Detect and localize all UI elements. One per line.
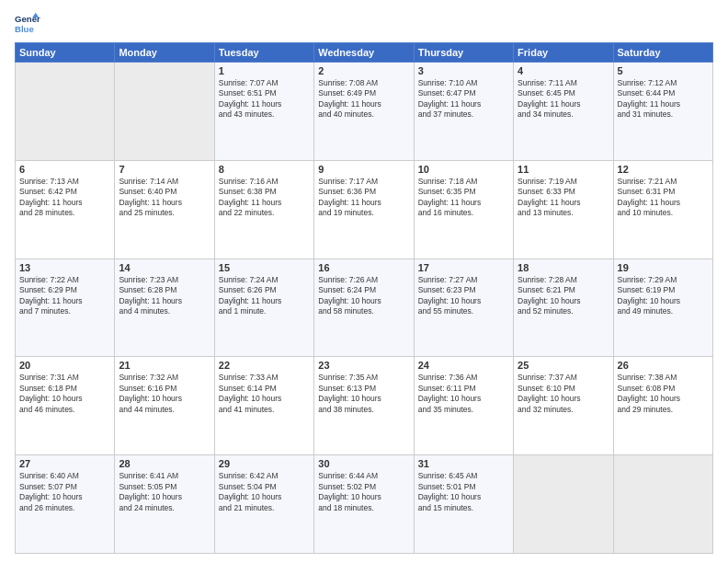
day-number: 7 bbox=[119, 164, 210, 175]
cell-text: Sunrise: 7:37 AM Sunset: 6:10 PM Dayligh… bbox=[518, 373, 609, 415]
cell-text: Sunrise: 7:23 AM Sunset: 6:28 PM Dayligh… bbox=[119, 275, 210, 317]
day-number: 18 bbox=[518, 262, 609, 273]
calendar-cell: 1Sunrise: 7:07 AM Sunset: 6:51 PM Daylig… bbox=[214, 63, 313, 161]
cell-text: Sunrise: 6:42 AM Sunset: 5:04 PM Dayligh… bbox=[219, 471, 310, 513]
calendar-cell: 6Sunrise: 7:13 AM Sunset: 6:42 PM Daylig… bbox=[16, 160, 115, 259]
cell-text: Sunrise: 7:19 AM Sunset: 6:33 PM Dayligh… bbox=[518, 177, 609, 219]
day-number: 10 bbox=[418, 164, 509, 175]
calendar-cell: 20Sunrise: 7:31 AM Sunset: 6:18 PM Dayli… bbox=[16, 357, 115, 455]
cell-text: Sunrise: 7:24 AM Sunset: 6:26 PM Dayligh… bbox=[219, 275, 310, 317]
day-number: 17 bbox=[418, 262, 509, 273]
weekday-header-friday: Friday bbox=[514, 43, 613, 63]
day-number: 15 bbox=[219, 262, 310, 273]
cell-text: Sunrise: 7:18 AM Sunset: 6:35 PM Dayligh… bbox=[418, 177, 509, 219]
calendar-cell: 2Sunrise: 7:08 AM Sunset: 6:49 PM Daylig… bbox=[314, 63, 414, 161]
weekday-header-wednesday: Wednesday bbox=[314, 43, 414, 63]
weekday-header-sunday: Sunday bbox=[16, 43, 115, 63]
cell-text: Sunrise: 7:36 AM Sunset: 6:11 PM Dayligh… bbox=[418, 373, 509, 415]
calendar-cell: 26Sunrise: 7:38 AM Sunset: 6:08 PM Dayli… bbox=[613, 357, 712, 455]
calendar-cell: 16Sunrise: 7:26 AM Sunset: 6:24 PM Dayli… bbox=[314, 259, 414, 357]
cell-text: Sunrise: 6:40 AM Sunset: 5:07 PM Dayligh… bbox=[19, 471, 110, 513]
cell-text: Sunrise: 7:17 AM Sunset: 6:36 PM Dayligh… bbox=[318, 177, 409, 219]
week-row-4: 20Sunrise: 7:31 AM Sunset: 6:18 PM Dayli… bbox=[16, 357, 713, 455]
cell-text: Sunrise: 7:29 AM Sunset: 6:19 PM Dayligh… bbox=[618, 275, 709, 317]
calendar-cell: 8Sunrise: 7:16 AM Sunset: 6:38 PM Daylig… bbox=[214, 160, 313, 259]
calendar-cell: 13Sunrise: 7:22 AM Sunset: 6:29 PM Dayli… bbox=[16, 259, 115, 357]
calendar-cell: 25Sunrise: 7:37 AM Sunset: 6:10 PM Dayli… bbox=[514, 357, 613, 455]
day-number: 13 bbox=[19, 262, 110, 273]
day-number: 9 bbox=[318, 164, 409, 175]
day-number: 23 bbox=[318, 360, 409, 371]
calendar-cell: 19Sunrise: 7:29 AM Sunset: 6:19 PM Dayli… bbox=[613, 259, 712, 357]
page: General Blue SundayMondayTuesdayWednesda… bbox=[0, 0, 728, 563]
calendar-cell: 4Sunrise: 7:11 AM Sunset: 6:45 PM Daylig… bbox=[514, 63, 613, 161]
cell-text: Sunrise: 7:33 AM Sunset: 6:14 PM Dayligh… bbox=[219, 373, 310, 415]
cell-text: Sunrise: 7:22 AM Sunset: 6:29 PM Dayligh… bbox=[19, 275, 110, 317]
calendar-cell: 30Sunrise: 6:44 AM Sunset: 5:02 PM Dayli… bbox=[314, 455, 414, 554]
cell-text: Sunrise: 7:14 AM Sunset: 6:40 PM Dayligh… bbox=[119, 177, 210, 219]
calendar-cell: 28Sunrise: 6:41 AM Sunset: 5:05 PM Dayli… bbox=[115, 455, 214, 554]
day-number: 2 bbox=[318, 65, 409, 76]
day-number: 3 bbox=[418, 65, 509, 76]
calendar-cell: 21Sunrise: 7:32 AM Sunset: 6:16 PM Dayli… bbox=[115, 357, 214, 455]
calendar-cell: 22Sunrise: 7:33 AM Sunset: 6:14 PM Dayli… bbox=[214, 357, 313, 455]
logo: General Blue bbox=[15, 11, 40, 37]
cell-text: Sunrise: 7:08 AM Sunset: 6:49 PM Dayligh… bbox=[318, 78, 409, 121]
weekday-header-row: SundayMondayTuesdayWednesdayThursdayFrid… bbox=[16, 43, 713, 63]
day-number: 28 bbox=[119, 458, 210, 469]
day-number: 6 bbox=[19, 164, 110, 175]
cell-text: Sunrise: 6:41 AM Sunset: 5:05 PM Dayligh… bbox=[119, 471, 210, 513]
day-number: 21 bbox=[119, 360, 210, 371]
day-number: 1 bbox=[219, 65, 310, 76]
day-number: 27 bbox=[19, 458, 110, 469]
calendar-cell: 7Sunrise: 7:14 AM Sunset: 6:40 PM Daylig… bbox=[115, 160, 214, 259]
cell-text: Sunrise: 7:07 AM Sunset: 6:51 PM Dayligh… bbox=[219, 78, 310, 121]
calendar-cell: 9Sunrise: 7:17 AM Sunset: 6:36 PM Daylig… bbox=[314, 160, 414, 259]
day-number: 31 bbox=[418, 458, 509, 469]
day-number: 22 bbox=[219, 360, 310, 371]
week-row-3: 13Sunrise: 7:22 AM Sunset: 6:29 PM Dayli… bbox=[16, 259, 713, 357]
day-number: 8 bbox=[219, 164, 310, 175]
cell-text: Sunrise: 7:21 AM Sunset: 6:31 PM Dayligh… bbox=[618, 177, 709, 219]
cell-text: Sunrise: 7:38 AM Sunset: 6:08 PM Dayligh… bbox=[618, 373, 709, 415]
calendar: SundayMondayTuesdayWednesdayThursdayFrid… bbox=[15, 42, 713, 554]
cell-text: Sunrise: 6:45 AM Sunset: 5:01 PM Dayligh… bbox=[418, 471, 509, 513]
cell-text: Sunrise: 7:13 AM Sunset: 6:42 PM Dayligh… bbox=[19, 177, 110, 219]
calendar-cell: 12Sunrise: 7:21 AM Sunset: 6:31 PM Dayli… bbox=[613, 160, 712, 259]
day-number: 30 bbox=[318, 458, 409, 469]
day-number: 25 bbox=[518, 360, 609, 371]
calendar-cell bbox=[115, 63, 214, 161]
calendar-cell: 29Sunrise: 6:42 AM Sunset: 5:04 PM Dayli… bbox=[214, 455, 313, 554]
cell-text: Sunrise: 7:31 AM Sunset: 6:18 PM Dayligh… bbox=[19, 373, 110, 415]
day-number: 12 bbox=[618, 164, 709, 175]
cell-text: Sunrise: 7:32 AM Sunset: 6:16 PM Dayligh… bbox=[119, 373, 210, 415]
day-number: 24 bbox=[418, 360, 509, 371]
week-row-5: 27Sunrise: 6:40 AM Sunset: 5:07 PM Dayli… bbox=[16, 455, 713, 554]
calendar-cell: 27Sunrise: 6:40 AM Sunset: 5:07 PM Dayli… bbox=[16, 455, 115, 554]
calendar-cell bbox=[16, 63, 115, 161]
day-number: 29 bbox=[219, 458, 310, 469]
calendar-cell: 14Sunrise: 7:23 AM Sunset: 6:28 PM Dayli… bbox=[115, 259, 214, 357]
header: General Blue bbox=[15, 11, 713, 37]
weekday-header-tuesday: Tuesday bbox=[214, 43, 313, 63]
day-number: 4 bbox=[518, 65, 609, 76]
day-number: 5 bbox=[618, 65, 709, 76]
calendar-cell: 5Sunrise: 7:12 AM Sunset: 6:44 PM Daylig… bbox=[613, 63, 712, 161]
svg-text:Blue: Blue bbox=[15, 24, 34, 34]
calendar-cell bbox=[514, 455, 613, 554]
day-number: 20 bbox=[19, 360, 110, 371]
cell-text: Sunrise: 7:28 AM Sunset: 6:21 PM Dayligh… bbox=[518, 275, 609, 317]
calendar-cell bbox=[613, 455, 712, 554]
logo-icon: General Blue bbox=[15, 11, 40, 37]
cell-text: Sunrise: 7:27 AM Sunset: 6:23 PM Dayligh… bbox=[418, 275, 509, 317]
calendar-cell: 23Sunrise: 7:35 AM Sunset: 6:13 PM Dayli… bbox=[314, 357, 414, 455]
calendar-cell: 10Sunrise: 7:18 AM Sunset: 6:35 PM Dayli… bbox=[414, 160, 513, 259]
day-number: 14 bbox=[119, 262, 210, 273]
cell-text: Sunrise: 7:12 AM Sunset: 6:44 PM Dayligh… bbox=[618, 78, 709, 121]
cell-text: Sunrise: 7:16 AM Sunset: 6:38 PM Dayligh… bbox=[219, 177, 310, 219]
week-row-1: 1Sunrise: 7:07 AM Sunset: 6:51 PM Daylig… bbox=[16, 63, 713, 161]
calendar-cell: 31Sunrise: 6:45 AM Sunset: 5:01 PM Dayli… bbox=[414, 455, 513, 554]
day-number: 16 bbox=[318, 262, 409, 273]
day-number: 11 bbox=[518, 164, 609, 175]
cell-text: Sunrise: 7:35 AM Sunset: 6:13 PM Dayligh… bbox=[318, 373, 409, 415]
